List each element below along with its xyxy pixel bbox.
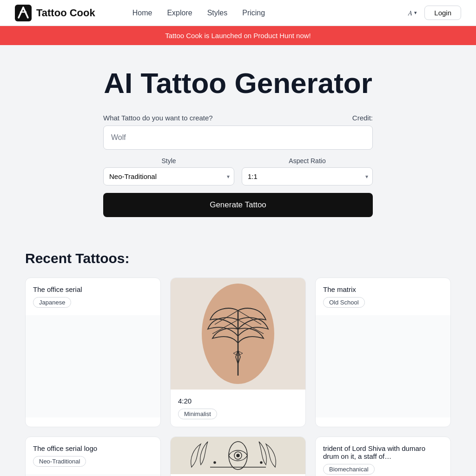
card-4-image-placeholder — [26, 474, 160, 476]
generator-form: What Tattoo do you want to create? Credi… — [103, 114, 373, 217]
nav-explore[interactable]: Explore — [167, 9, 192, 17]
card-2-image — [171, 278, 305, 390]
recent-title: Recent Tattoos: — [25, 251, 451, 266]
tattoo-card-4[interactable]: The office serial logo Neo-Traditional — [25, 436, 161, 476]
main-header: Tattoo Cook Home Explore Styles Pricing … — [0, 0, 476, 26]
ratio-select-wrapper: 1:1 4:3 3:4 16:9 ▾ — [242, 167, 373, 185]
card-4-body: The office serial logo Neo-Traditional — [26, 437, 160, 474]
logo-text: Tattoo Cook — [36, 7, 95, 19]
tattoo-card-1[interactable]: The office serial Japanese — [25, 278, 161, 427]
card-2-tag: Minimalist — [178, 409, 217, 419]
card-1-tag: Japanese — [33, 297, 71, 308]
nav-home[interactable]: Home — [132, 9, 152, 17]
tattoo-prompt-input[interactable] — [103, 126, 373, 150]
lang-chevron: ▾ — [414, 10, 417, 16]
lang-icon: 𝐴 — [408, 9, 412, 17]
style-group: Style Neo-Traditional Japanese Minimalis… — [103, 157, 234, 185]
card-1-body: The office serial Japanese — [26, 278, 160, 315]
header-right: 𝐴 ▾ Login — [408, 6, 461, 20]
style-label: Style — [103, 157, 234, 165]
svg-point-15 — [214, 462, 216, 463]
form-top-row: What Tattoo do you want to create? Credi… — [103, 114, 373, 122]
card-4-tag: Neo-Traditional — [33, 456, 86, 467]
generate-button[interactable]: Generate Tattoo — [103, 193, 373, 217]
tattoo-card-2[interactable]: 4:20 Minimalist — [170, 278, 306, 427]
nav-pricing[interactable]: Pricing — [242, 9, 265, 17]
ratio-select[interactable]: 1:1 4:3 3:4 16:9 — [242, 167, 373, 185]
hero-title: AI Tattoo Generator — [15, 67, 461, 99]
card-5-image — [171, 437, 305, 474]
style-select[interactable]: Neo-Traditional Japanese Minimalist Old … — [103, 167, 234, 185]
main-nav: Home Explore Styles Pricing — [132, 9, 409, 17]
svg-point-14 — [237, 454, 239, 457]
logo-area[interactable]: Tattoo Cook — [15, 5, 95, 21]
card-6-title: trident of Lord Shiva with dumaro drum o… — [323, 444, 443, 460]
card-1-title: The office serial — [33, 285, 153, 293]
credit-label: Credit: — [352, 114, 373, 122]
prompt-label: What Tattoo do you want to create? — [103, 114, 213, 122]
card-3-body: The matrix Old School — [316, 278, 450, 315]
login-button[interactable]: Login — [424, 6, 461, 20]
banner-text: Tattoo Cook is Launched on Product Hunt … — [165, 32, 311, 40]
card-6-tag: Biomechanical — [323, 464, 375, 475]
tattoo-card-6[interactable]: trident of Lord Shiva with dumaro drum o… — [315, 436, 451, 476]
selects-row: Style Neo-Traditional Japanese Minimalis… — [103, 157, 373, 185]
card-3-tag: Old School — [323, 297, 365, 308]
promo-banner: Tattoo Cook is Launched on Product Hunt … — [0, 26, 476, 45]
recent-section: Recent Tattoos: The office serial Japane… — [10, 251, 466, 476]
cannabis-tattoo-svg — [201, 283, 275, 385]
card-2-body: 4:20 Minimalist — [171, 390, 305, 427]
ratio-label: Aspect Ratio — [242, 157, 373, 165]
tattoo-card-3[interactable]: The matrix Old School — [315, 278, 451, 427]
svg-point-16 — [260, 462, 262, 463]
ratio-group: Aspect Ratio 1:1 4:3 3:4 16:9 ▾ — [242, 157, 373, 185]
card-6-body: trident of Lord Shiva with dumaro drum o… — [316, 437, 450, 476]
hero-section: AI Tattoo Generator What Tattoo do you w… — [0, 45, 476, 228]
logo-icon — [15, 5, 32, 21]
tattoo-card-5[interactable] — [170, 436, 306, 476]
card-4-title: The office serial logo — [33, 444, 153, 452]
card-3-image-placeholder — [316, 315, 450, 417]
style-select-wrapper: Neo-Traditional Japanese Minimalist Old … — [103, 167, 234, 185]
tattoo-grid: The office serial Japanese — [25, 278, 451, 476]
nav-styles[interactable]: Styles — [207, 9, 228, 17]
card-1-image-placeholder — [26, 315, 160, 417]
language-button[interactable]: 𝐴 ▾ — [408, 9, 417, 17]
card-2-title: 4:20 — [178, 397, 298, 405]
decorative-tattoo-svg — [182, 439, 294, 472]
card-3-title: The matrix — [323, 285, 443, 293]
